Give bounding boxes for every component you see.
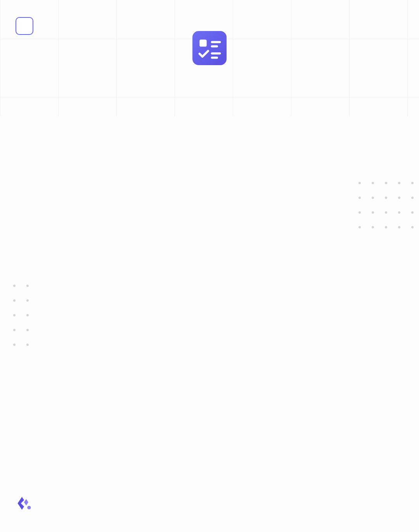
svg-rect-2 [211,45,218,48]
brand-logo-icon [16,495,33,513]
decorative-dots-left [8,279,34,353]
header-bar [0,0,419,35]
svg-rect-1 [211,41,221,43]
brand [16,495,37,513]
svg-point-5 [27,506,31,509]
svg-rect-4 [211,57,218,59]
hero [0,31,419,65]
svg-rect-3 [211,52,221,55]
decorative-dots-right [353,176,419,235]
footer [16,495,403,513]
svg-rect-0 [199,40,206,47]
checklist-icon [192,31,227,65]
